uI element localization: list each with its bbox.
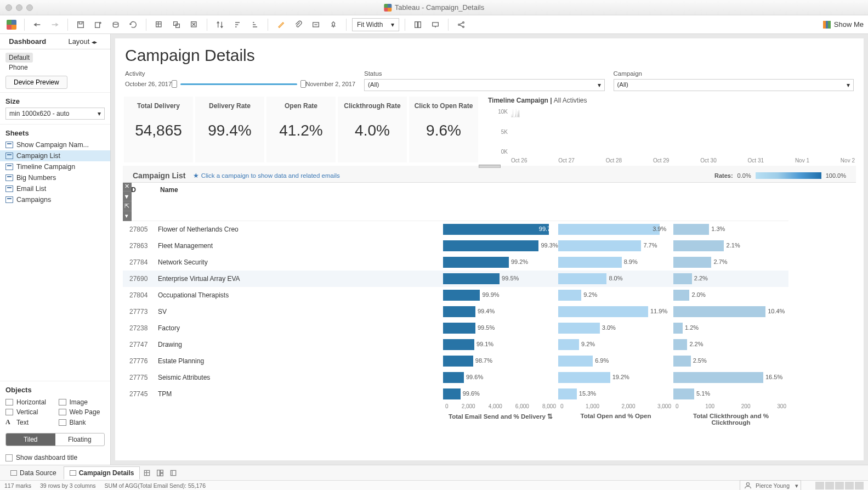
presentation-icon[interactable] — [428, 18, 442, 32]
table-row[interactable]: 27773 SV 99.4% 11.9% 10.4% — [123, 303, 788, 320]
kpi-card[interactable]: Clickthrough Rate4.0% — [338, 97, 407, 162]
slider-handle-right[interactable] — [300, 80, 306, 88]
table-row[interactable]: 27775 Seismic Attributes 99.6% 19.2% 16.… — [123, 369, 788, 386]
tab-layout[interactable]: Layout ◂▸ — [55, 34, 111, 49]
nav-pager[interactable] — [815, 482, 864, 489]
pin-icon[interactable] — [326, 18, 341, 32]
last-icon[interactable] — [855, 482, 864, 489]
new-datasource-icon[interactable] — [91, 18, 105, 32]
device-preview-button[interactable]: Device Preview — [5, 76, 67, 89]
activity-label: Activity — [125, 70, 355, 77]
table-row[interactable]: 27805 Flower of Netherlands Creo 99.7% 3… — [123, 221, 788, 238]
new-worksheet-tab-icon[interactable] — [141, 467, 153, 479]
maximize-icon[interactable] — [26, 4, 33, 11]
svg-point-2 — [113, 22, 118, 24]
sort-asc-icon[interactable] — [230, 18, 245, 32]
close-icon[interactable]: ✕ — [123, 182, 132, 192]
show-me-button[interactable]: Show Me — [823, 20, 864, 29]
show-cards-icon[interactable] — [411, 18, 425, 32]
kpi-card[interactable]: Delivery Rate99.4% — [195, 97, 264, 162]
show-title-checkbox[interactable]: Show dashboard title — [5, 454, 105, 461]
svg-rect-8 — [415, 21, 418, 27]
sheet-item[interactable]: Big Numbers — [0, 172, 110, 183]
first-icon[interactable] — [815, 482, 824, 489]
drag-handle-icon[interactable] — [479, 165, 501, 168]
slides-icon[interactable] — [835, 482, 844, 489]
share-icon[interactable] — [454, 18, 468, 32]
svg-rect-1 — [95, 22, 100, 27]
kpi-card[interactable]: Open Rate41.2% — [266, 97, 336, 162]
kpi-card[interactable]: Total Delivery54,865 — [124, 97, 193, 162]
new-story-tab-icon[interactable] — [167, 467, 179, 479]
filter-icon[interactable]: ▼ — [123, 192, 132, 201]
dashboard-panel: Dashboard Layout ◂▸ Default Phone Device… — [0, 34, 111, 465]
image-icon — [59, 399, 66, 405]
table-row[interactable]: 27776 Estate Planning 98.7% 6.9% 2.5% — [123, 353, 788, 369]
timeline-chart[interactable]: Timeline Campaign | All Activties 10K5K0… — [488, 97, 855, 162]
user-dropdown[interactable]: Pierce Young▾ — [740, 480, 801, 491]
sheet-item[interactable]: Timeline Campaign — [0, 161, 110, 172]
duplicate-icon[interactable] — [169, 18, 184, 32]
floating-option[interactable]: Floating — [55, 433, 105, 446]
close-icon[interactable] — [5, 4, 12, 11]
object-horizontal[interactable]: Horizontal — [5, 398, 52, 406]
table-row[interactable]: 27804 Occupational Therapists 99.9% 9.2%… — [123, 287, 788, 303]
page-title: Campaign Details — [115, 38, 864, 70]
activity-slider[interactable]: October 26, 2017 November 2, 2017 — [125, 79, 355, 89]
swap-icon[interactable] — [213, 18, 227, 32]
sheet-item[interactable]: Campaigns — [0, 194, 110, 205]
dashboard-icon — [70, 470, 76, 476]
tab-campaign-details[interactable]: Campaign Details — [64, 466, 140, 480]
object-image[interactable]: Image — [59, 398, 105, 406]
minimize-icon[interactable] — [16, 4, 22, 11]
sheet-item[interactable]: Campaign List — [0, 150, 110, 161]
sort-desc-icon[interactable] — [248, 18, 262, 32]
object-vertical[interactable]: Vertical — [5, 408, 52, 416]
sheet-item[interactable]: Email List — [0, 183, 110, 194]
text-icon: A — [5, 418, 13, 426]
kpi-card[interactable]: Click to Open Rate9.6% — [409, 97, 478, 162]
sheet-icon — [5, 153, 13, 159]
status-dropdown[interactable]: (All)▾ — [364, 79, 605, 91]
campaign-list-worksheet[interactable]: ✕ ▼ ⇱ ▾ ID Name 27805 Flower of Netherla… — [123, 182, 856, 453]
new-dashboard-tab-icon[interactable] — [154, 467, 166, 479]
undo-icon[interactable] — [30, 18, 44, 32]
size-dropdown[interactable]: min 1000x620 - auto▾ — [5, 108, 105, 120]
attach-icon[interactable] — [291, 18, 305, 32]
table-row[interactable]: 27745 TPM 99.6% 15.3% 5.1% — [123, 386, 788, 402]
next-icon[interactable] — [845, 482, 854, 489]
label-icon[interactable] — [309, 18, 323, 32]
prev-icon[interactable] — [825, 482, 834, 489]
table-row[interactable]: 27747 Drawing 99.1% 9.2% 2.2% — [123, 336, 788, 353]
pause-updates-icon[interactable] — [109, 18, 123, 32]
table-row[interactable]: 27784 Network Security 99.2% 8.9% 2.7% — [123, 254, 788, 271]
new-worksheet-icon[interactable] — [152, 18, 166, 32]
slider-handle-left[interactable] — [172, 80, 177, 88]
sheet-item[interactable]: Show Campaign Nam... — [0, 139, 110, 150]
object-webpage[interactable]: Web Page — [59, 408, 105, 416]
col-name[interactable]: Name — [158, 183, 443, 221]
table-row[interactable]: 27238 Factory 99.5% 3.0% 1.2% — [123, 320, 788, 336]
device-phone[interactable]: Phone — [5, 63, 105, 72]
redo-icon[interactable] — [48, 18, 62, 32]
table-row[interactable]: 27690 Enterprise Virtual Array EVA 99.5%… — [123, 271, 788, 287]
fit-dropdown[interactable]: Fit Width▾ — [352, 18, 399, 31]
object-text[interactable]: AText — [5, 418, 52, 426]
tab-datasource[interactable]: Data Source — [4, 466, 63, 480]
tiled-floating-toggle[interactable]: Tiled Floating — [5, 433, 105, 446]
refresh-icon[interactable] — [126, 18, 140, 32]
tab-dashboard[interactable]: Dashboard — [0, 34, 55, 49]
object-blank[interactable]: Blank — [59, 418, 105, 426]
goto-sheet-icon[interactable]: ⇱ — [123, 201, 132, 211]
traffic-lights — [5, 4, 33, 11]
more-icon[interactable]: ▾ — [123, 211, 132, 221]
tiled-option[interactable]: Tiled — [6, 433, 55, 446]
campaign-dropdown[interactable]: (All)▾ — [614, 79, 854, 91]
table-row[interactable]: 27863 Fleet Management 99.3% 7.7% 2.1% — [123, 238, 788, 254]
svg-rect-0 — [78, 21, 84, 27]
save-icon[interactable] — [73, 18, 88, 32]
tableau-home-icon[interactable] — [4, 18, 19, 32]
device-default[interactable]: Default — [5, 53, 33, 63]
highlight-icon[interactable] — [274, 18, 288, 32]
clear-icon[interactable] — [187, 18, 201, 32]
